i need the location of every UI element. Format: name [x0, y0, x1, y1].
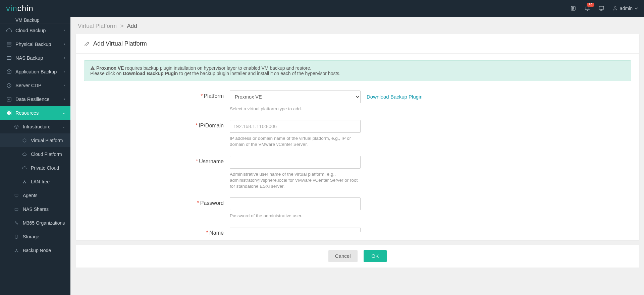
- sidebar-item-m365-organizations[interactable]: M365 Organizations: [0, 216, 70, 230]
- chevron-right-icon: ›: [64, 56, 65, 60]
- sidebar-item-nas-backup[interactable]: NAS Backup ›: [0, 51, 70, 65]
- bell-icon[interactable]: 89: [584, 5, 590, 11]
- svg-point-22: [24, 180, 25, 181]
- info-alert: Proxmox VE requires backup plugin instal…: [84, 60, 631, 81]
- sidebar-item-private-cloud[interactable]: Private Cloud: [0, 161, 70, 175]
- nas-icon: [6, 55, 12, 61]
- row-name: *Name: [84, 227, 631, 236]
- user-menu[interactable]: admin: [612, 6, 638, 11]
- breadcrumb-sep: >: [120, 23, 124, 29]
- password-hint: Password of the administrative user.: [230, 213, 361, 219]
- brand-logo: vinchin: [6, 4, 34, 13]
- svg-point-18: [16, 126, 17, 127]
- svg-rect-15: [10, 111, 11, 113]
- svg-rect-25: [15, 208, 18, 211]
- cdp-icon: [6, 82, 12, 88]
- sidebar-item-cloud-backup[interactable]: Cloud Backup ›: [0, 23, 70, 37]
- svg-point-28: [15, 235, 18, 236]
- download-plugin-link[interactable]: Download Backup Plugin: [367, 94, 423, 100]
- svg-rect-13: [7, 97, 11, 101]
- folder-icon: [13, 206, 19, 212]
- cancel-button[interactable]: Cancel: [328, 250, 358, 262]
- org-icon: [13, 220, 19, 226]
- sidebar-item-server-cdp[interactable]: Server CDP ›: [0, 78, 70, 92]
- cloud-lock-icon: [21, 165, 28, 171]
- monitor-icon: [13, 192, 19, 198]
- svg-rect-23: [15, 194, 18, 196]
- brand-post: chin: [17, 4, 34, 13]
- cube-icon: [21, 137, 28, 143]
- sidebar-item-application-backup[interactable]: Application Backup ›: [0, 65, 70, 78]
- row-platform: *Platform Proxmox VE Select a virtual pl…: [84, 91, 631, 112]
- svg-rect-17: [10, 113, 11, 115]
- chevron-right-icon: ›: [64, 28, 65, 32]
- card: Add Virtual Platform Proxmox VE requires…: [76, 34, 639, 240]
- svg-point-19: [15, 125, 18, 128]
- sidebar-item-vmbackup[interactable]: VM Backup: [0, 17, 70, 23]
- chevron-right-icon: ›: [64, 42, 65, 46]
- row-password: *Password Password of the administrative…: [84, 197, 631, 219]
- svg-point-29: [16, 249, 17, 249]
- svg-rect-4: [599, 6, 604, 9]
- cube-icon: [6, 69, 12, 75]
- grid-icon: [6, 110, 12, 116]
- breadcrumb-root[interactable]: Virtual Platform: [78, 23, 117, 29]
- chevron-down-icon: ⌄: [62, 125, 65, 128]
- breadcrumb: Virtual Platform > Add: [70, 17, 644, 34]
- sidebar-item-lan-free[interactable]: LAN-free: [0, 175, 70, 188]
- sidebar-item-physical-backup[interactable]: Physical Backup ›: [0, 37, 70, 51]
- brand-pre: vin: [6, 4, 17, 13]
- ip-hint: IP address or domain name of the virtual…: [230, 135, 361, 148]
- sidebar-item-agents[interactable]: Agents: [0, 188, 70, 202]
- chevron-down-icon: ⌄: [62, 111, 65, 115]
- edit-icon: [84, 41, 90, 47]
- footer-actions: Cancel OK: [76, 245, 639, 268]
- sidebar-item-resources[interactable]: Resources ⌄: [0, 106, 70, 120]
- svg-rect-9: [7, 45, 11, 46]
- breadcrumb-current: Add: [127, 23, 137, 29]
- monitor-icon[interactable]: [598, 5, 604, 11]
- sidebar-item-data-resilience[interactable]: Data Resilience ›: [0, 92, 70, 106]
- main-content: Virtual Platform > Add Add Virtual Platf…: [70, 17, 644, 295]
- sidebar-item-nas-shares[interactable]: NAS Shares: [0, 202, 70, 216]
- sidebar-item-backup-node[interactable]: Backup Node: [0, 243, 70, 257]
- sidebar-item-cloud-platform[interactable]: Cloud Platform: [0, 147, 70, 161]
- infra-icon: [13, 124, 19, 130]
- chevron-right-icon: ›: [64, 83, 65, 87]
- username-input[interactable]: [230, 156, 361, 169]
- name-input[interactable]: [230, 228, 361, 232]
- sidebar-item-virtual-platform[interactable]: Virtual Platform: [0, 133, 70, 147]
- log-icon[interactable]: [570, 5, 576, 11]
- username-hint: Administrative user name of the virtual …: [230, 171, 361, 190]
- card-title: Add Virtual Platform: [76, 34, 639, 53]
- cloud-icon: [6, 27, 12, 34]
- platform-select[interactable]: Proxmox VE: [230, 91, 361, 103]
- notification-badge: 89: [587, 3, 594, 7]
- warning-icon: [90, 66, 95, 70]
- svg-point-11: [8, 58, 8, 58]
- ok-button[interactable]: OK: [364, 250, 387, 262]
- password-input[interactable]: [230, 197, 361, 210]
- sidebar: VM Backup Cloud Backup › Physical Backup…: [0, 17, 70, 295]
- cloud-icon: [21, 151, 28, 157]
- sidebar-item-infrastructure[interactable]: Infrastructure ⌄: [0, 120, 70, 133]
- row-username: *Username Administrative user name of th…: [84, 156, 631, 190]
- resilience-icon: [6, 96, 12, 102]
- server-icon: [6, 41, 12, 47]
- ip-input[interactable]: [230, 120, 361, 133]
- sidebar-item-storage[interactable]: Storage: [0, 230, 70, 243]
- chevron-right-icon: ›: [64, 70, 65, 73]
- database-icon: [13, 234, 19, 240]
- platform-hint: Select a virtual platform type to add.: [230, 106, 361, 112]
- node-icon: [13, 247, 19, 253]
- row-ip: *IP/Domain IP address or domain name of …: [84, 120, 631, 148]
- header-right: 89 admin: [570, 5, 638, 11]
- chevron-down-icon: [635, 7, 638, 9]
- svg-rect-8: [7, 42, 11, 44]
- svg-rect-14: [7, 111, 9, 113]
- top-bar: vinchin 89 admin: [0, 0, 644, 17]
- svg-rect-16: [7, 113, 9, 115]
- user-name: admin: [620, 6, 633, 11]
- svg-point-7: [614, 7, 616, 8]
- chevron-right-icon: ›: [64, 97, 65, 101]
